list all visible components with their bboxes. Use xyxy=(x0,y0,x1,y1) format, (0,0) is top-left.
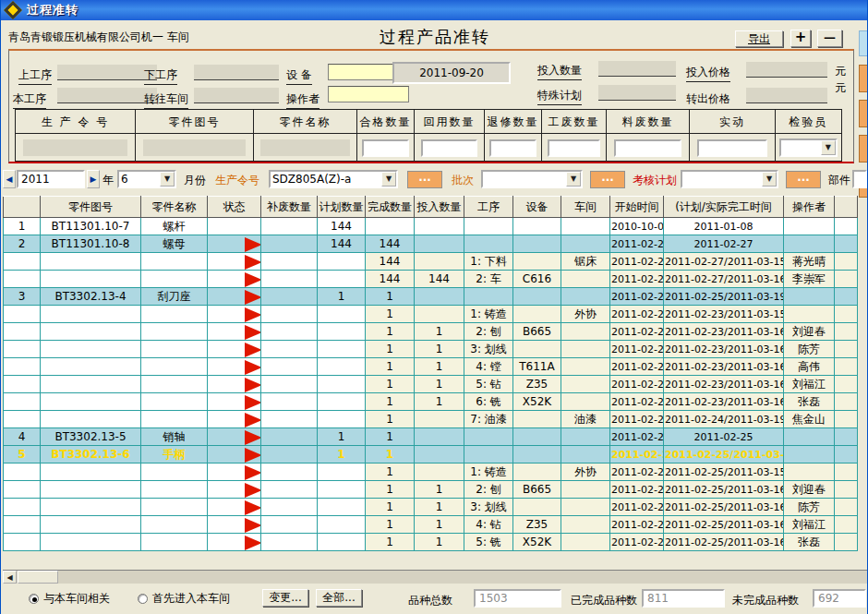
cell-input[interactable] xyxy=(415,411,464,428)
pad-cell[interactable] xyxy=(835,464,858,481)
cell-no[interactable] xyxy=(4,534,41,551)
cell-name[interactable] xyxy=(141,411,208,428)
cell-op[interactable]: 张磊 xyxy=(784,534,835,551)
cell-proc[interactable] xyxy=(464,446,513,464)
detail-cell[interactable] xyxy=(254,134,357,162)
operator-input[interactable] xyxy=(328,86,409,102)
cell-proc[interactable] xyxy=(464,288,513,306)
cell-proc[interactable]: 5: 铣 xyxy=(464,534,513,551)
cell-start[interactable]: 2011-02-23 xyxy=(610,358,664,376)
cell-drawing[interactable] xyxy=(41,306,141,323)
grid-column-header[interactable]: 零件图号 xyxy=(41,197,141,218)
cell-no[interactable] xyxy=(4,253,41,271)
cell-done[interactable]: 1 xyxy=(366,428,415,446)
cell-name[interactable]: 销轴 xyxy=(141,428,208,446)
cell-plan[interactable] xyxy=(318,323,366,341)
cell-input[interactable]: 1 xyxy=(415,516,464,534)
cell-equip[interactable] xyxy=(513,411,561,428)
cell-done[interactable]: 1 xyxy=(366,341,415,358)
cell-repair[interactable] xyxy=(261,306,318,323)
table-row[interactable]: 116: 铣X52K2011-02-232011-02-23/2011-03-1… xyxy=(4,393,858,411)
cell-no[interactable]: 1 xyxy=(4,218,41,235)
pad-cell[interactable] xyxy=(835,271,858,288)
cell-plan[interactable]: 144 xyxy=(318,218,366,235)
year-next-button[interactable]: ▶ xyxy=(87,170,100,188)
cell-done[interactable]: 1 xyxy=(366,358,415,376)
pad-cell[interactable] xyxy=(835,499,858,516)
table-row[interactable]: 113: 划线2011-02-232011-02-23/2011-03-16陈芳 xyxy=(4,341,858,358)
cell-shop[interactable] xyxy=(561,534,610,551)
cell-equip[interactable] xyxy=(513,306,561,323)
qty-input[interactable] xyxy=(362,139,408,157)
chevron-down-icon[interactable]: ▼ xyxy=(160,172,175,187)
cell-proc[interactable] xyxy=(464,218,513,235)
cell-finish[interactable]: 2011-02-23/2011-03-15 xyxy=(664,306,784,323)
grid-column-header[interactable]: 设备 xyxy=(513,197,561,218)
pad-cell[interactable] xyxy=(835,288,858,306)
cell-plan[interactable] xyxy=(318,358,366,376)
grid-column-header[interactable] xyxy=(4,197,41,218)
cell-done[interactable]: 1 xyxy=(366,288,415,306)
cell-op[interactable] xyxy=(784,428,835,446)
cell-finish[interactable]: 2011-02-23/2011-03-16 xyxy=(664,376,784,393)
cell-plan[interactable] xyxy=(318,253,366,271)
cell-name[interactable] xyxy=(141,323,208,341)
radio-related-workshop[interactable]: 与本车间相关 xyxy=(29,591,110,607)
cell-start[interactable]: 2011-02-23 xyxy=(610,393,664,411)
cell-input[interactable]: 144 xyxy=(415,271,464,288)
chevron-down-icon[interactable]: ▼ xyxy=(821,140,836,155)
cell-drawing[interactable] xyxy=(41,271,141,288)
cell-shop[interactable] xyxy=(561,481,610,499)
cell-start[interactable]: 2011-02-23 xyxy=(610,376,664,393)
table-row[interactable]: 4BT3302.13-5销轴112011-02-252011-02-25 xyxy=(4,428,858,446)
cell-no[interactable] xyxy=(4,481,41,499)
grid-column-header[interactable]: 操作者 xyxy=(784,197,835,218)
cell-drawing[interactable] xyxy=(41,534,141,551)
cell-start[interactable]: 2011-02-23 xyxy=(610,323,664,341)
cell-repair[interactable] xyxy=(261,481,318,499)
cell-proc[interactable]: 1: 铸造 xyxy=(464,306,513,323)
cell-repair[interactable] xyxy=(261,393,318,411)
cell-finish[interactable]: 2011-02-25/2011-03-16 xyxy=(664,499,784,516)
cell-equip[interactable] xyxy=(513,235,561,253)
cell-op[interactable]: 张磊 xyxy=(784,393,835,411)
cell-op[interactable]: 刘福江 xyxy=(784,376,835,393)
cell-start[interactable]: 2011-02-25 xyxy=(610,428,664,446)
special-plan-field[interactable] xyxy=(598,85,676,101)
cell-input[interactable] xyxy=(415,288,464,306)
cell-done[interactable]: 1 xyxy=(366,411,415,428)
cell-shop[interactable]: 锯床 xyxy=(561,253,610,271)
cell-drawing[interactable]: BT3302.13-6 xyxy=(41,446,141,464)
cell-shop[interactable] xyxy=(561,341,610,358)
qty-input[interactable] xyxy=(614,139,681,157)
status-cell[interactable] xyxy=(208,393,261,411)
cell-equip[interactable]: Z35 xyxy=(513,516,561,534)
cell-drawing[interactable]: BT11301.10-8 xyxy=(41,235,141,253)
output-price-field[interactable] xyxy=(746,88,827,103)
detail-cell[interactable] xyxy=(357,134,415,162)
status-cell[interactable] xyxy=(208,358,261,376)
cell-name[interactable]: 手柄 xyxy=(141,446,208,464)
cell-proc[interactable]: 7: 油漆 xyxy=(464,411,513,428)
detail-cell[interactable] xyxy=(542,134,607,162)
cell-plan[interactable] xyxy=(318,481,366,499)
cell-plan[interactable] xyxy=(318,411,366,428)
cell-equip[interactable]: Z35 xyxy=(513,376,561,393)
pad-cell[interactable] xyxy=(835,481,858,499)
cell-repair[interactable] xyxy=(261,341,318,358)
pad-cell[interactable] xyxy=(835,534,858,551)
cell-repair[interactable] xyxy=(261,358,318,376)
cell-input[interactable] xyxy=(415,464,464,481)
change-button[interactable]: 变更... xyxy=(262,589,308,607)
cell-drawing[interactable]: BT3302.13-5 xyxy=(41,428,141,446)
radio-first-enter-workshop[interactable]: 首先进入本车间 xyxy=(138,591,230,607)
cell-drawing[interactable]: BT3302.13-4 xyxy=(41,288,141,306)
cell-equip[interactable] xyxy=(513,218,561,235)
grid-column-header[interactable]: 零件名称 xyxy=(141,197,208,218)
cell-start[interactable]: 2011-02-25 xyxy=(610,446,664,464)
table-row[interactable]: 114: 钻Z352011-02-252011-02-25/2011-03-16… xyxy=(4,516,858,534)
cell-no[interactable] xyxy=(4,411,41,428)
cell-op[interactable] xyxy=(784,218,835,235)
cell-name[interactable]: 螺母 xyxy=(141,235,208,253)
pad-cell[interactable] xyxy=(835,446,858,464)
